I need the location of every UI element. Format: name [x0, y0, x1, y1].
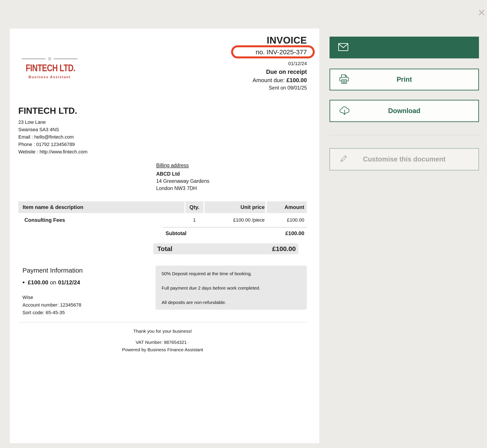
company-logo: ✕ FINTECH LTD. Business Assistant — [22, 56, 78, 79]
sort-code: Sort code: 65-45-35 — [23, 309, 153, 316]
thanks-message: Thank you for your business! — [18, 328, 307, 334]
vat-number: VAT Number: 987654321 · — [18, 339, 307, 345]
item-qty: 1 — [185, 217, 204, 223]
invoice-preview-screen: ✕ FINTECH LTD. Business Assistant INVOIC… — [0, 0, 487, 448]
pencil-icon — [339, 154, 348, 164]
payment-on-word: on — [50, 279, 56, 286]
email-button-label: Email — [395, 44, 413, 51]
logo-tagline: Business Assistant — [22, 75, 78, 79]
item-name: Consulting Fees — [18, 217, 184, 223]
notes-box: 50% Deposit required at the time of book… — [156, 266, 307, 310]
line-items-table: Item name & description Qty. Unit price … — [18, 201, 307, 236]
billing-address-block: Billing address ABCD Ltd 14 Greenaway Ga… — [156, 162, 209, 192]
footer-divider — [18, 322, 307, 322]
email-button[interactable]: Email — [330, 37, 479, 58]
total-label: Total — [157, 245, 172, 253]
item-amount: £100.00 — [267, 217, 307, 223]
download-button-label: Download — [388, 107, 420, 115]
logo-x-icon: ✕ — [47, 56, 52, 61]
total-row: Total £100.00 — [153, 243, 298, 254]
subtotal-value: £100.00 — [285, 230, 304, 236]
payment-heading: Payment Information — [23, 266, 153, 275]
account-number: Account number: 12345678 — [23, 301, 153, 309]
subtotal-label: Subtotal — [165, 230, 186, 236]
print-button-label: Print — [397, 76, 412, 83]
download-button[interactable]: Download — [330, 100, 479, 122]
bank-details: Wise Account number: 12345678 Sort code:… — [23, 294, 153, 316]
invoice-footer: Thank you for your business! VAT Number:… — [18, 328, 307, 352]
company-website: Website : http://www.fintech.com — [18, 148, 87, 156]
invoice-number-wrap: no. INV-2025-377 — [256, 48, 307, 56]
mail-icon — [338, 43, 348, 52]
subtotal-row: Subtotal £100.00 — [163, 227, 307, 236]
billing-address-line: London NW3 7DH — [156, 185, 209, 192]
invoice-title: INVOICE — [253, 35, 307, 46]
cloud-download-icon — [339, 105, 350, 117]
amount-due-label: Amount due: — [253, 77, 285, 83]
logo-rule-right — [54, 58, 78, 59]
payment-information: Payment Information • £100.00 on 01/12/2… — [18, 266, 153, 316]
customise-button-label: Customise this document — [363, 155, 446, 163]
note-line: 50% Deposit required at the time of book… — [162, 271, 301, 276]
company-phone: Phone : 01792 123456789 — [18, 141, 87, 148]
company-email: Email : hello@fintech.com — [18, 133, 87, 141]
panel-divider — [330, 135, 479, 135]
powered-by: Powered by Business Finance Assistant — [18, 347, 307, 352]
logo-name: FINTECH LTD. — [26, 63, 74, 74]
header-unit-price: Unit price — [204, 201, 266, 213]
sent-on: Sent on 09/01/25 — [253, 85, 307, 91]
header-amount: Amount — [267, 201, 307, 213]
payment-method: Wise — [23, 294, 153, 301]
company-name: FINTECH LTD. — [18, 106, 87, 115]
note-line: All deposits are non-refundable. — [162, 300, 301, 305]
invoice-document: ✕ FINTECH LTD. Business Assistant INVOIC… — [10, 29, 319, 443]
company-block: FINTECH LTD. 23 Low Lane Swansea SA3 4NS… — [18, 106, 87, 156]
item-unit-price: £100.00 /piece — [204, 217, 266, 223]
payment-schedule-item: • £100.00 on 01/12/24 — [23, 279, 153, 286]
print-button[interactable]: Print — [330, 69, 479, 90]
invoice-date: 01/12/24 — [253, 61, 307, 66]
payment-amount: £100.00 — [28, 279, 48, 286]
customise-document-button[interactable]: Customise this document — [330, 148, 479, 170]
table-header-row: Item name & description Qty. Unit price … — [18, 201, 307, 213]
invoice-meta: INVOICE no. INV-2025-377 01/12/24 Due on… — [253, 35, 307, 91]
note-line: Full payment due 2 days before work comp… — [162, 285, 301, 291]
logo-ornament: ✕ — [22, 56, 78, 61]
total-value: £100.00 — [272, 245, 296, 253]
printer-icon — [339, 74, 349, 85]
header-qty: Qty. — [185, 201, 204, 213]
due-terms: Due on receipt — [253, 69, 307, 75]
billing-address-line: 14 Greenaway Gardens — [156, 178, 209, 185]
amount-due: Amount due:£100.00 — [253, 77, 307, 83]
billing-heading: Billing address — [156, 162, 209, 169]
payment-date: 01/12/24 — [58, 279, 80, 286]
logo-rule-left — [22, 58, 46, 59]
table-row: Consulting Fees 1 £100.00 /piece £100.00 — [18, 213, 307, 227]
company-address-line: 23 Low Lane — [18, 119, 87, 126]
bullet-icon: • — [23, 279, 25, 286]
billing-name: ABCD Ltd — [156, 170, 209, 178]
header-item-description: Item name & description — [18, 201, 184, 213]
company-address-line: Swansea SA3 4NS — [18, 126, 87, 133]
amount-due-value: £100.00 — [286, 77, 307, 83]
invoice-number: no. INV-2025-377 — [256, 48, 307, 56]
close-icon[interactable] — [477, 8, 486, 17]
